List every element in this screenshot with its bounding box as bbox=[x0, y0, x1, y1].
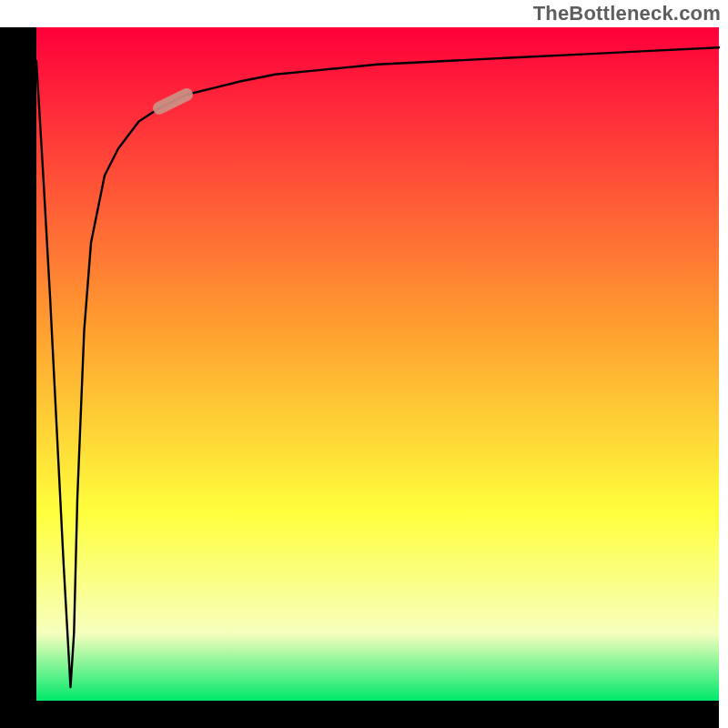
chart-stage: TheBottleneck.com bbox=[0, 0, 728, 728]
chart-canvas bbox=[0, 0, 728, 728]
heat-background bbox=[36, 27, 719, 701]
watermark-text: TheBottleneck.com bbox=[533, 2, 721, 25]
frame-left bbox=[0, 27, 36, 728]
frame-bottom bbox=[0, 701, 719, 728]
